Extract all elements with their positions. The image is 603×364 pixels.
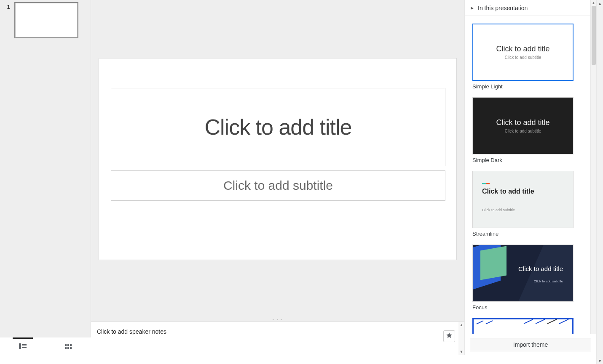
theme-preview[interactable]: Click to add title Click to add subtitle — [472, 244, 574, 302]
themes-panel: ▶ In this presentation Click to add titl… — [464, 0, 596, 355]
slide-filmstrip[interactable]: 1 — [0, 0, 91, 355]
slide-editor: Click to add title Click to add subtitle… — [91, 0, 464, 355]
theme-preview[interactable] — [472, 318, 574, 334]
collapse-triangle-icon: ▶ — [471, 6, 474, 10]
scroll-down-icon[interactable]: ▼ — [597, 357, 603, 364]
theme-item-simple-light[interactable]: Click to add title Click to add subtitle… — [465, 16, 590, 90]
decor-hatch-icon — [476, 322, 493, 323]
theme-preview-title: Click to add title — [482, 188, 534, 195]
svg-rect-8 — [70, 347, 72, 349]
svg-rect-4 — [67, 344, 69, 346]
svg-rect-5 — [70, 344, 72, 346]
explore-icon — [446, 332, 453, 340]
theme-preview-subtitle: Click to add subtitle — [505, 55, 541, 60]
notes-resize-handle[interactable]: • • • — [91, 318, 464, 321]
theme-preview-title: Click to add title — [496, 118, 549, 127]
slide-number: 1 — [3, 2, 14, 38]
window-scrollbar[interactable]: ▲ ▼ — [596, 0, 603, 364]
scroll-thumb[interactable] — [592, 6, 596, 65]
themes-panel-footer: Import theme — [465, 334, 596, 355]
theme-preview-subtitle: Click to add subtitle — [505, 129, 541, 133]
theme-name: Focus — [472, 304, 590, 311]
svg-rect-3 — [65, 344, 67, 346]
theme-item-focus[interactable]: Click to add title Click to add subtitle… — [465, 237, 590, 311]
theme-name: Simple Light — [472, 83, 590, 90]
theme-preview[interactable]: Click to add title Click to add subtitle — [472, 97, 574, 154]
scroll-down-icon[interactable]: ▼ — [458, 349, 464, 355]
decor-hatch-icon — [523, 321, 569, 322]
subtitle-placeholder[interactable]: Click to add subtitle — [111, 170, 445, 201]
speaker-notes[interactable]: Click to add speaker notes ▲ ▼ — [91, 321, 464, 355]
grid-icon — [65, 344, 72, 349]
svg-rect-6 — [65, 347, 67, 349]
theme-item-shift[interactable] — [465, 311, 590, 334]
theme-name: Streamline — [472, 231, 590, 237]
slide-canvas[interactable]: Click to add title Click to add subtitle — [99, 58, 457, 260]
speaker-notes-placeholder[interactable]: Click to add speaker notes — [91, 322, 464, 335]
themes-panel-title: In this presentation — [478, 5, 528, 11]
theme-preview-subtitle: Click to add subtitle — [482, 208, 515, 212]
slide-thumbnail[interactable] — [14, 2, 78, 38]
theme-item-streamline[interactable]: Click to add title Click to add subtitle… — [465, 163, 590, 237]
theme-name: Simple Dark — [472, 157, 590, 163]
explore-button[interactable] — [443, 330, 455, 342]
themes-scrollbar[interactable]: ▲ ▼ — [590, 0, 596, 355]
themes-list[interactable]: Click to add title Click to add subtitle… — [465, 16, 590, 334]
theme-preview[interactable]: Click to add title Click to add subtitle — [472, 171, 574, 228]
svg-rect-2 — [22, 347, 27, 348]
decor-shape-icon — [480, 246, 507, 280]
theme-item-simple-dark[interactable]: Click to add title Click to add subtitle… — [465, 90, 590, 163]
accent-bar-icon — [482, 183, 490, 184]
decor-stripe-icon — [516, 244, 574, 302]
import-theme-button[interactable]: Import theme — [470, 338, 591, 351]
slide-thumb-1[interactable]: 1 — [3, 2, 78, 38]
theme-preview-title: Click to add title — [518, 265, 563, 272]
filmstrip-icon — [19, 343, 27, 349]
view-switcher — [0, 337, 91, 355]
scroll-up-icon[interactable]: ▲ — [591, 0, 596, 6]
grid-view-button[interactable] — [46, 337, 91, 355]
svg-rect-7 — [67, 347, 69, 349]
scroll-up-icon[interactable]: ▲ — [458, 322, 464, 328]
filmstrip-view-button[interactable] — [0, 337, 46, 355]
theme-preview[interactable]: Click to add title Click to add subtitle — [472, 24, 574, 81]
title-placeholder[interactable]: Click to add title — [111, 88, 445, 166]
svg-rect-1 — [22, 344, 27, 345]
theme-preview-title: Click to add title — [496, 45, 549, 53]
notes-scrollbar[interactable]: ▲ ▼ — [458, 322, 464, 355]
svg-rect-0 — [19, 343, 21, 349]
themes-panel-header[interactable]: ▶ In this presentation — [465, 0, 596, 16]
theme-preview-subtitle: Click to add subtitle — [534, 279, 563, 283]
scroll-up-icon[interactable]: ▲ — [597, 0, 603, 7]
